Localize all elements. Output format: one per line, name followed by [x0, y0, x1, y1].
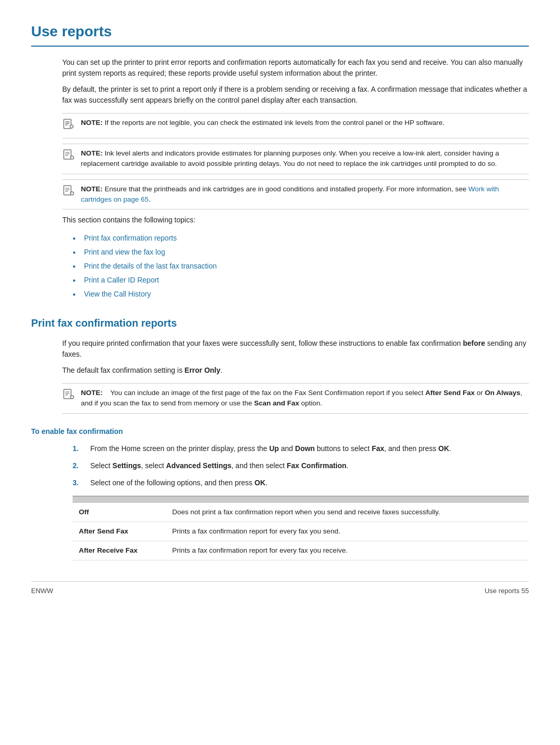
topic-link-5[interactable]: View the Call History	[84, 289, 151, 300]
note-1-text: NOTE: If the reports are not legible, yo…	[81, 118, 444, 128]
note-2-text: NOTE: Ink level alerts and indicators pr…	[81, 148, 529, 170]
table-col-option	[73, 496, 166, 503]
footer: ENWW Use reports 55	[31, 581, 529, 596]
footer-left: ENWW	[31, 586, 53, 596]
table-cell-option: After Send Fax	[73, 522, 166, 541]
steps-list: 1. From the Home screen on the printer d…	[73, 443, 529, 488]
step-3-text: Select one of the following options, and…	[90, 477, 268, 488]
topic-link-4[interactable]: Print a Caller ID Report	[84, 275, 159, 286]
note-3-text: NOTE: Ensure that the printheads and ink…	[81, 184, 529, 205]
svg-rect-5	[64, 150, 71, 159]
table-cell-option: After Receive Fax	[73, 541, 166, 560]
topics-intro-text: This section contains the following topi…	[62, 215, 529, 226]
svg-point-9	[71, 156, 74, 159]
table-row: OffDoes not print a fax confirmation rep…	[73, 503, 529, 522]
footer-right: Use reports 55	[485, 586, 529, 596]
step-3-num: 3.	[73, 477, 88, 488]
note-icon-1	[62, 118, 77, 134]
topic-link-1[interactable]: Print fax confirmation reports	[84, 233, 177, 244]
table-header-row	[73, 496, 529, 503]
table-row: After Receive FaxPrints a fax confirmati…	[73, 541, 529, 560]
page-title: Use reports	[31, 21, 529, 47]
step-3: 3. Select one of the following options, …	[73, 477, 529, 488]
note-3-label: NOTE:	[81, 185, 103, 193]
step-2-num: 2.	[73, 460, 88, 471]
section-print-fax-title: Print fax confirmation reports	[31, 315, 529, 331]
note-1-label: NOTE:	[81, 119, 103, 126]
table-row: After Send FaxPrints a fax confirmation …	[73, 522, 529, 541]
svg-point-19	[71, 396, 74, 399]
step-1-num: 1.	[73, 443, 88, 454]
svg-point-14	[71, 192, 74, 195]
section-note-text: NOTE: You can include an image of the fi…	[81, 388, 529, 409]
note-icon-section	[62, 388, 77, 404]
svg-rect-15	[64, 389, 71, 399]
table-col-description	[166, 496, 529, 503]
list-item: View the Call History	[73, 289, 529, 300]
svg-point-4	[70, 125, 73, 128]
section-print-fax-note: NOTE: You can include an image of the fi…	[62, 383, 529, 414]
table-cell-description: Does not print a fax confirmation report…	[166, 503, 529, 522]
note-1: NOTE: If the reports are not legible, yo…	[62, 113, 529, 138]
intro-block: You can set up the printer to print erro…	[62, 57, 529, 106]
intro-para1: You can set up the printer to print erro…	[62, 57, 529, 79]
section-print-fax-para1: If you require printed confirmation that…	[62, 338, 529, 360]
step-2-text: Select Settings, select Advanced Setting…	[90, 460, 348, 471]
list-item: Print a Caller ID Report	[73, 275, 529, 286]
list-item: Print fax confirmation reports	[73, 233, 529, 244]
table-cell-option: Off	[73, 503, 166, 522]
svg-rect-10	[64, 186, 71, 195]
section-print-fax-para2: The default fax confirmation setting is …	[62, 365, 529, 376]
list-item: Print and view the fax log	[73, 247, 529, 258]
step-2: 2. Select Settings, select Advanced Sett…	[73, 460, 529, 471]
note-icon-3	[62, 185, 77, 200]
subsection-enable-title: To enable fax confirmation	[31, 426, 529, 437]
topics-intro-block: This section contains the following topi…	[62, 215, 529, 226]
list-item: Print the details of the last fax transa…	[73, 261, 529, 272]
options-table: OffDoes not print a fax confirmation rep…	[73, 496, 529, 561]
table-cell-description: Prints a fax confirmation report for eve…	[166, 541, 529, 560]
section-print-fax-block: If you require printed confirmation that…	[62, 338, 529, 376]
table-cell-description: Prints a fax confirmation report for eve…	[166, 522, 529, 541]
intro-para2: By default, the printer is set to print …	[62, 84, 529, 106]
note-3: NOTE: Ensure that the printheads and ink…	[62, 179, 529, 210]
topics-list: Print fax confirmation reports Print and…	[73, 233, 529, 300]
section-note-label: NOTE:	[81, 389, 103, 397]
step-1: 1. From the Home screen on the printer d…	[73, 443, 529, 454]
note-2-label: NOTE:	[81, 149, 103, 157]
topic-link-3[interactable]: Print the details of the last fax transa…	[84, 261, 217, 272]
step-1-text: From the Home screen on the printer disp…	[90, 443, 451, 454]
note-2: NOTE: Ink level alerts and indicators pr…	[62, 144, 529, 174]
topic-link-2[interactable]: Print and view the fax log	[84, 247, 165, 258]
note-icon-2	[62, 149, 77, 164]
